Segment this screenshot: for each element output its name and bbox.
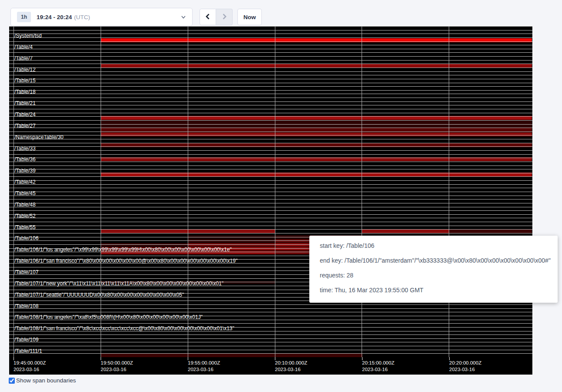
range-nav-group — [200, 9, 233, 25]
row-label: /Table/107/1/"new york"/"\x11\x11\x11\x1… — [14, 281, 223, 287]
span-boundary-line — [9, 169, 532, 169]
span-boundary-line — [9, 353, 532, 354]
span-boundary-line — [9, 98, 532, 98]
prev-range-button[interactable] — [200, 9, 216, 25]
time-range-picker[interactable]: 1h 19:24 - 20:24 (UTC) — [10, 8, 193, 26]
span-boundary-line — [9, 214, 532, 215]
row-label: /Table/108/1/"san francisco"/"\x8c\xcc\x… — [14, 326, 234, 331]
span-boundary-line — [9, 94, 532, 94]
span-boundary-line — [9, 139, 532, 139]
range-duration-badge: 1h — [17, 12, 31, 22]
chevron-right-icon — [221, 13, 227, 21]
span-boundary-line — [9, 312, 532, 312]
key-visualizer-canvas[interactable]: /System/tsd/Table/4/Table/7/Table/12/Tab… — [9, 26, 532, 375]
range-timezone: (UTC) — [74, 14, 90, 20]
key-visualizer-page: 1h 19:24 - 20:24 (UTC) Now /Sys — [0, 0, 562, 392]
range-text: 19:24 - 20:24 — [37, 14, 72, 20]
row-label: /Table/42 — [14, 179, 36, 185]
heat-band — [101, 132, 532, 136]
span-boundary-line — [9, 304, 532, 305]
span-boundary-line — [9, 166, 532, 166]
now-button[interactable]: Now — [237, 9, 262, 25]
span-boundary-line — [9, 210, 532, 211]
hover-tooltip: start key: /Table/106 end key: /Table/10… — [309, 236, 558, 303]
row-label: /Table/4 — [14, 44, 33, 50]
time-axis: 19:45:00.000Z2023-03-1619:50:00.000Z2023… — [9, 357, 532, 375]
time-gridline — [101, 26, 101, 357]
row-label: /Table/27 — [14, 123, 36, 129]
span-boundary-line — [9, 184, 532, 185]
row-label: /Table/52 — [14, 213, 36, 219]
span-boundary-line — [9, 162, 532, 162]
span-boundary-line — [9, 192, 532, 192]
show-span-boundaries-label: Show span boundaries — [16, 377, 76, 384]
canvas-footer: Show span boundaries — [9, 377, 76, 384]
span-boundary-line — [9, 135, 532, 135]
chevron-left-icon — [205, 13, 211, 21]
chevron-down-icon — [181, 14, 186, 20]
span-boundary-line — [9, 109, 532, 109]
span-boundary-line — [9, 308, 532, 309]
span-boundary-line — [9, 180, 532, 181]
span-boundary-line — [9, 75, 532, 75]
span-boundary-line — [9, 79, 532, 79]
span-boundary-line — [9, 116, 532, 117]
span-boundary-line — [9, 146, 532, 147]
span-boundary-line — [9, 222, 532, 222]
row-label: /System/tsd — [14, 33, 42, 39]
row-label: /Table/15 — [14, 78, 36, 84]
span-boundary-line — [9, 124, 532, 125]
row-label: /Table/106/1/"los angeles"/"\x99\x99\x99… — [14, 247, 232, 253]
span-boundary-line — [9, 226, 532, 226]
span-boundary-line — [9, 113, 532, 113]
row-label: /NamespaceTable/30 — [14, 135, 64, 140]
row-label: /Table/108/1/"los angeles"/"\xa8\xf5\u00… — [14, 314, 203, 320]
row-label: /Table/107/1/"seattle"/"UUUUUUD\x00\x80\… — [14, 292, 184, 298]
tooltip-end-key: end key: /Table/106/1/"amsterdam"/"\xb33… — [320, 256, 558, 271]
span-boundary-line — [9, 218, 532, 218]
time-toolbar: 1h 19:24 - 20:24 (UTC) Now — [0, 0, 562, 26]
span-boundary-line — [9, 203, 532, 203]
row-label: /Table/111/1 — [14, 348, 42, 354]
time-gridline — [188, 26, 188, 357]
span-boundary-line — [9, 64, 532, 64]
span-boundary-line — [9, 86, 532, 87]
span-boundary-line — [9, 323, 532, 324]
row-label: /Table/109 — [14, 337, 38, 343]
row-label: /Table/21 — [14, 101, 36, 106]
span-boundary-line — [9, 83, 532, 83]
row-label: /Table/106/1/"san francisco"/"\x80\x00\x… — [14, 258, 237, 264]
span-boundary-line — [9, 71, 532, 72]
span-boundary-line — [9, 158, 532, 158]
span-boundary-line — [9, 120, 532, 121]
span-boundary-line — [9, 26, 532, 27]
span-boundary-line — [9, 56, 532, 57]
span-boundary-line — [9, 154, 532, 155]
span-boundary-line — [9, 132, 532, 132]
row-label: /Table/55 — [14, 225, 36, 230]
heat-band — [101, 354, 362, 357]
row-label: /Table/108 — [14, 304, 38, 309]
axis-label: 20:10:00.000Z2023-03-16 — [275, 360, 307, 373]
span-boundary-line — [9, 49, 532, 49]
span-boundary-line — [9, 207, 532, 207]
axis-label: 20:15:00.000Z2023-03-16 — [362, 360, 394, 373]
span-boundary-line — [9, 346, 532, 346]
row-label: /Table/12 — [14, 67, 36, 73]
span-boundary-line — [9, 128, 532, 128]
span-boundary-line — [9, 176, 532, 177]
next-range-button[interactable] — [216, 9, 233, 25]
span-boundary-line — [9, 173, 532, 173]
show-span-boundaries-checkbox[interactable] — [9, 378, 15, 384]
span-boundary-line — [9, 45, 532, 45]
span-boundary-line — [9, 150, 532, 151]
span-boundary-line — [9, 68, 532, 68]
span-boundary-line — [9, 199, 532, 199]
span-boundary-line — [9, 229, 532, 230]
axis-label: 19:50:00.000Z2023-03-16 — [101, 360, 133, 373]
span-boundary-line — [9, 335, 532, 335]
heat-band — [101, 38, 532, 42]
span-boundary-line — [9, 196, 532, 196]
span-boundary-line — [9, 233, 532, 233]
span-boundary-line — [9, 350, 532, 350]
